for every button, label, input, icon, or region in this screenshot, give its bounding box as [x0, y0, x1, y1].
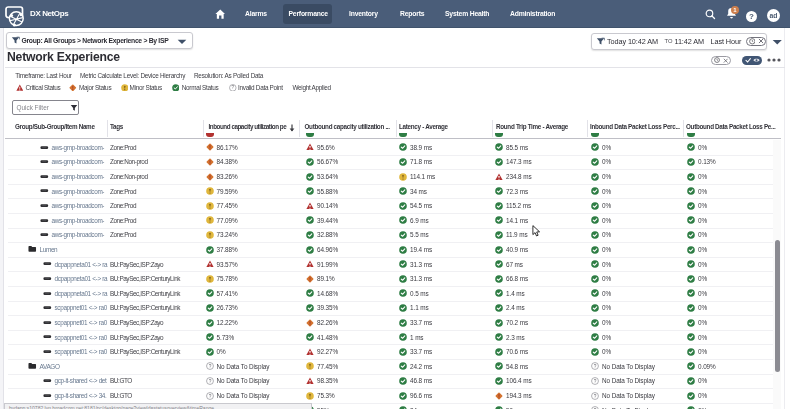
svg-text:ad: ad [770, 12, 778, 19]
svg-text:?: ? [209, 393, 212, 398]
svg-text:?: ? [594, 393, 597, 398]
svg-text:?: ? [232, 85, 235, 90]
svg-text:?: ? [594, 379, 597, 384]
svg-text:?: ? [594, 364, 597, 369]
svg-text:?: ? [209, 379, 212, 384]
svg-text:?: ? [209, 364, 212, 369]
svg-text:?: ? [749, 12, 754, 21]
